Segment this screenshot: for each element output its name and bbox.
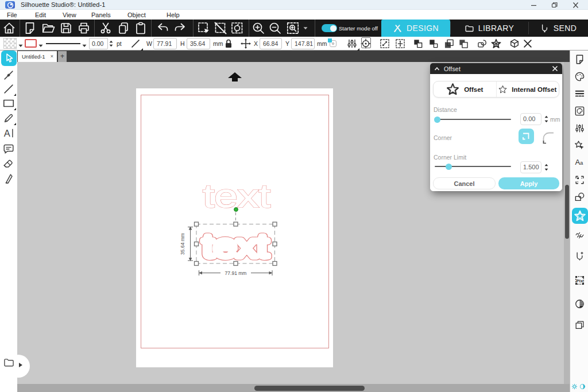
mode-tab-library[interactable]: LIBRARY	[450, 20, 528, 37]
starter-mode-toggle[interactable]	[322, 24, 337, 32]
menu-file[interactable]: File	[7, 10, 17, 20]
line-style-panel-icon[interactable]	[574, 88, 585, 99]
apply-button[interactable]: Apply	[498, 177, 559, 189]
corner-limit-spinner[interactable]	[544, 161, 548, 173]
line-tool-icon[interactable]	[2, 83, 15, 95]
library-flyout[interactable]	[0, 354, 32, 380]
contrast-icon[interactable]	[574, 298, 585, 309]
text-style-icon[interactable]: Aa	[574, 157, 585, 168]
collapse-chevron-icon[interactable]	[434, 66, 440, 72]
pixscan-icon[interactable]: Pix	[574, 275, 585, 286]
offset-star-bold-icon[interactable]	[490, 38, 502, 49]
pop-out-icon[interactable]	[574, 251, 585, 262]
move-position-icon[interactable]	[240, 38, 252, 49]
offset-tab-external[interactable]: Offset	[434, 81, 496, 97]
x-input[interactable]: 66.84	[260, 38, 282, 49]
open-icon[interactable]	[41, 21, 55, 35]
delete-x-icon[interactable]	[522, 38, 533, 49]
contrast-ball-icon[interactable]	[579, 383, 586, 390]
menu-help[interactable]: Help	[167, 10, 180, 20]
print-icon[interactable]	[77, 21, 91, 35]
knife-tool-icon[interactable]	[2, 172, 15, 185]
select-lasso-icon[interactable]	[230, 21, 244, 35]
mode-tab-send[interactable]: SEND	[528, 20, 588, 37]
transform-panel-icon[interactable]	[574, 123, 585, 134]
sketch-hatch-icon[interactable]	[574, 229, 585, 240]
squares-d-icon[interactable]	[458, 38, 469, 49]
squares-a-icon[interactable]	[412, 38, 424, 49]
distance-slider-handle[interactable]	[434, 117, 440, 123]
scale-diag-icon[interactable]	[379, 38, 390, 49]
text-tool-icon[interactable]: A	[2, 127, 15, 139]
minimize-icon[interactable]	[530, 2, 537, 9]
deselect-icon[interactable]	[214, 21, 227, 35]
save-icon[interactable]	[59, 21, 73, 35]
page-setup-icon[interactable]	[574, 54, 585, 65]
select-arrow-icon[interactable]	[1, 51, 17, 66]
stroke-width-input[interactable]: 0.00	[89, 38, 108, 49]
zoom-in-icon[interactable]	[252, 21, 265, 35]
menu-view[interactable]: View	[63, 10, 76, 20]
fill-caret-icon[interactable]	[18, 42, 23, 45]
corner-sharp-button[interactable]	[519, 129, 534, 144]
star-arrow-icon[interactable]	[574, 140, 585, 151]
tab-close-icon[interactable]: ×	[51, 54, 53, 59]
cut-icon[interactable]	[99, 21, 113, 35]
weld-icon[interactable]	[477, 38, 488, 49]
cancel-button[interactable]: Cancel	[433, 177, 496, 189]
offset-panel-header[interactable]: Offset	[430, 63, 562, 74]
horizontal-scrollbar-thumb[interactable]	[254, 386, 365, 391]
lock-aspect-icon[interactable]	[223, 38, 234, 49]
fill-swatch[interactable]	[3, 38, 17, 49]
distance-spinner[interactable]	[544, 113, 548, 125]
zoom-out-icon[interactable]	[268, 21, 282, 35]
y-input[interactable]: 147.81	[291, 38, 315, 49]
line-style-caret-icon[interactable]	[82, 42, 87, 45]
scale-both-icon[interactable]	[394, 38, 406, 49]
note-tool-icon[interactable]	[2, 142, 15, 155]
stroke-width-spinner[interactable]	[109, 38, 114, 49]
panel-close-icon[interactable]	[552, 65, 558, 72]
distance-slider[interactable]	[435, 119, 511, 120]
offset-star-icon[interactable]	[572, 208, 588, 224]
vertical-scrollbar[interactable]	[564, 62, 570, 384]
new-document-icon[interactable]	[23, 21, 37, 35]
squares-b-icon[interactable]	[428, 38, 439, 49]
fill-panel-icon[interactable]	[574, 106, 585, 117]
canvas-area[interactable]: text text text text	[17, 62, 564, 384]
document-tab[interactable]: Untitled-1 ×	[18, 51, 57, 62]
shadow-cube-icon[interactable]	[509, 38, 520, 49]
menu-edit[interactable]: Edit	[35, 10, 46, 20]
modify-icon[interactable]	[574, 192, 585, 203]
copy-icon[interactable]	[117, 21, 130, 35]
corner-limit-slider[interactable]	[435, 166, 511, 167]
transform-sliders-icon[interactable]	[346, 38, 358, 49]
flyout-arrow-icon[interactable]	[19, 363, 22, 367]
mode-tab-design[interactable]: DESIGN	[381, 20, 450, 37]
close-icon[interactable]	[572, 2, 579, 9]
layers-icon[interactable]	[574, 320, 585, 331]
vertical-scrollbar-thumb[interactable]	[565, 185, 569, 239]
stroke-caret-icon[interactable]	[38, 42, 43, 45]
unit-badge-icon[interactable]	[330, 40, 336, 47]
width-input[interactable]: 77.91	[153, 38, 177, 49]
undo-icon[interactable]	[156, 21, 170, 35]
home-icon[interactable]	[2, 21, 16, 35]
new-tab-button[interactable]: +	[58, 51, 67, 62]
distance-input[interactable]: 0.00	[520, 113, 541, 125]
corner-limit-slider-handle[interactable]	[446, 164, 452, 170]
line-style-preview[interactable]	[46, 43, 80, 44]
artwork-text-offset[interactable]: text text	[203, 227, 269, 264]
offset-tab-internal[interactable]: Internal Offset	[496, 81, 559, 97]
squares-c-icon[interactable]	[443, 38, 455, 49]
eraser-tool-icon[interactable]	[2, 157, 15, 170]
zoom-selection-icon[interactable]	[286, 21, 300, 35]
line-segment-icon[interactable]	[130, 38, 141, 49]
corner-limit-input[interactable]: 1.500	[520, 161, 541, 173]
selection-group[interactable]: text text 35.64 mm	[172, 218, 299, 281]
folder-icon[interactable]	[3, 358, 14, 367]
edit-points-icon[interactable]	[2, 69, 15, 81]
trace-area-icon[interactable]	[574, 174, 585, 185]
palette-icon[interactable]	[574, 71, 585, 82]
menu-object[interactable]: Object	[127, 10, 146, 20]
